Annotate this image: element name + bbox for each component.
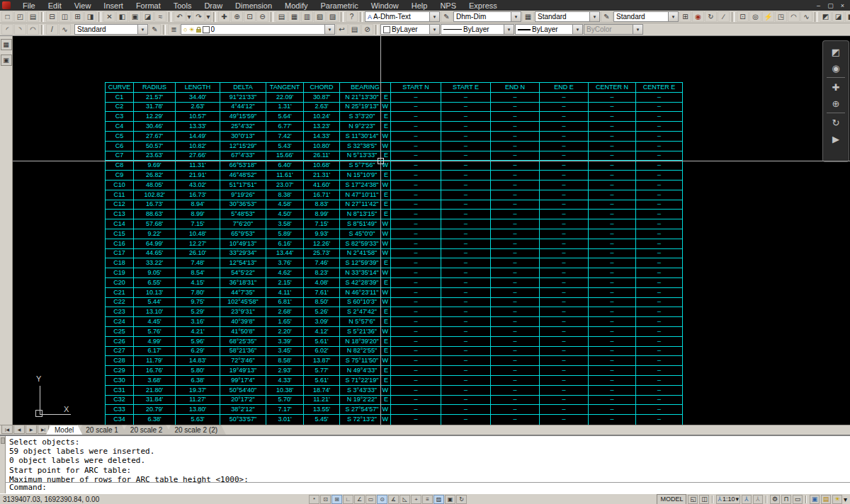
point-style-icon[interactable]: ⊞ xyxy=(679,11,691,22)
annotation-visibility-icon[interactable]: ⅄ xyxy=(742,495,752,504)
menu-dimension[interactable]: Dimension xyxy=(229,1,278,10)
linetype-combo[interactable]: ByLayer ▼ xyxy=(441,24,514,35)
layer-lock-icon[interactable] xyxy=(196,29,201,33)
mleader-style-combo[interactable]: Standard ▼ xyxy=(613,11,679,22)
arc-edit-icon[interactable]: ◠ xyxy=(788,11,800,22)
current-style-combo[interactable]: Standard ▼ xyxy=(74,24,148,35)
model-space-button[interactable]: MODEL xyxy=(657,494,686,504)
annotate-slope-icon-2[interactable]: ∿ xyxy=(59,24,71,35)
chevron-down-icon[interactable]: ▼ xyxy=(504,25,514,34)
annotate-curve-icon-2[interactable]: ◝ xyxy=(14,24,26,35)
menu-parametric[interactable]: Parametric xyxy=(314,1,364,10)
selection-cycling-icon[interactable]: ↻ xyxy=(456,495,467,504)
menu-window[interactable]: Window xyxy=(365,1,405,10)
command-window-grab-bar[interactable] xyxy=(0,436,6,493)
draw-order-above-icon[interactable]: ◧ xyxy=(845,11,850,22)
snap-mode-icon[interactable]: ⊡ xyxy=(320,495,331,504)
dbconnect-icon[interactable]: ▨ xyxy=(327,11,339,22)
cut-icon[interactable]: ✕ xyxy=(103,11,115,22)
dynamic-ucs-icon[interactable]: ◺ xyxy=(400,495,410,504)
menu-file[interactable]: File xyxy=(16,1,42,10)
chevron-down-icon[interactable]: ▼ xyxy=(572,25,582,34)
tab-first-button[interactable]: |◀ xyxy=(1,425,13,434)
paste-icon[interactable]: ▣ xyxy=(129,11,141,22)
chevron-down-icon[interactable]: ▼ xyxy=(589,12,599,21)
menu-help[interactable]: Help xyxy=(405,1,434,10)
layout-switch-icon[interactable]: ◱ xyxy=(688,495,698,504)
quick-select-icon[interactable]: ⚡ xyxy=(762,11,774,22)
object-snap-tracking-icon[interactable]: ∡ xyxy=(388,495,399,504)
grid-display-icon[interactable]: ⊞ xyxy=(332,495,342,504)
app-logo-icon[interactable] xyxy=(2,1,11,9)
sketch-icon[interactable]: ∕ xyxy=(718,11,730,22)
zoom-realtime-icon[interactable]: ⊕ xyxy=(231,11,243,22)
color-combo[interactable]: ByLayer ▼ xyxy=(380,24,440,35)
tab-model[interactable]: Model xyxy=(46,425,82,435)
menu-edit[interactable]: Edit xyxy=(42,1,68,10)
print-preview-icon[interactable]: ◫ xyxy=(59,11,71,22)
isolate-objects-icon[interactable]: ☀ xyxy=(832,495,842,504)
text-style-combo[interactable]: A A-Dhm-Text ▼ xyxy=(365,11,440,22)
chevron-down-icon[interactable]: ▼ xyxy=(511,12,521,21)
status-menu-arrow[interactable]: ▾ xyxy=(844,496,847,503)
toolbar-lock-icon[interactable]: ⊓ xyxy=(781,495,791,504)
drawing-canvas[interactable]: CURVERADIUSLENGTHDELTATANGENTCHORDBEARIN… xyxy=(13,36,850,425)
table-style-manager-icon[interactable]: ▦ xyxy=(522,11,534,22)
lineweight-combo[interactable]: ByLayer ▼ xyxy=(515,24,583,35)
clipboard-export-icon[interactable]: ▤ xyxy=(821,495,831,504)
table-style-combo[interactable]: Standard ▼ xyxy=(535,11,600,22)
orbit-icon[interactable]: ↻ xyxy=(828,115,844,130)
infer-constraints-icon[interactable]: * xyxy=(309,495,319,504)
dynamic-input-icon[interactable]: + xyxy=(411,495,421,504)
layer-color-swatch[interactable] xyxy=(203,26,210,33)
menu-view[interactable]: View xyxy=(68,1,98,10)
menu-express[interactable]: Express xyxy=(463,1,504,10)
copy-icon[interactable]: ◧ xyxy=(116,11,128,22)
layer-isolate-icon[interactable]: ⊘ xyxy=(361,24,373,35)
tab-20-scale-1[interactable]: 20 scale 1 xyxy=(77,425,127,435)
quickcalc-icon[interactable]: ▦ xyxy=(288,11,300,22)
draw-order-back-icon[interactable]: ◪ xyxy=(832,11,844,22)
menu-draw[interactable]: Draw xyxy=(198,1,229,10)
undo-icon[interactable]: ↶ xyxy=(174,11,186,22)
layer-properties-manager-icon[interactable]: ≣ xyxy=(168,24,180,35)
pan-icon[interactable]: ✚ xyxy=(218,11,230,22)
menu-tools[interactable]: Tools xyxy=(167,1,198,10)
menu-modify[interactable]: Modify xyxy=(278,1,314,10)
draw-order-front-icon[interactable]: ◩ xyxy=(820,11,832,22)
paste-block-icon[interactable]: ◪ xyxy=(142,11,154,22)
spline-edit-icon[interactable]: ∿ xyxy=(800,11,812,22)
clipboard-tool-icon[interactable]: ▣ xyxy=(1,55,12,66)
new-file-icon[interactable]: □ xyxy=(1,11,13,22)
command-window[interactable]: Select objects:59 object labels were ins… xyxy=(0,435,850,493)
undo-caret[interactable]: ▾ xyxy=(186,11,192,22)
donut-icon[interactable]: ◎ xyxy=(749,11,761,22)
style-manager-icon[interactable]: ✎ xyxy=(149,24,161,35)
annotate-curve-icon-1[interactable]: ◜ xyxy=(1,24,13,35)
annotate-slope-icon-1[interactable]: / xyxy=(46,24,58,35)
connect-cloud-icon[interactable]: ▣ xyxy=(810,495,820,504)
workspace-switching-icon[interactable]: ⚙ xyxy=(770,495,780,504)
chevron-down-icon[interactable]: ▼ xyxy=(324,25,334,34)
print-icon[interactable]: ⊟ xyxy=(46,11,58,22)
zoom-window-icon[interactable]: ⊡ xyxy=(244,11,256,22)
3d-orbit-icon[interactable]: ↻ xyxy=(705,11,717,22)
viewcube-icon[interactable]: ◩ xyxy=(828,45,844,59)
polar-tracking-icon[interactable]: ∠ xyxy=(354,495,365,504)
chevron-down-icon[interactable]: ▼ xyxy=(429,25,439,34)
menu-format[interactable]: Format xyxy=(130,1,167,10)
close-button[interactable]: × xyxy=(837,1,848,10)
zoom-previous-icon[interactable]: ⊖ xyxy=(256,11,268,22)
lineweight-display-icon[interactable]: ≡ xyxy=(422,495,433,504)
mleader-style-manager-icon[interactable]: ✎ xyxy=(601,11,613,22)
quick-properties-icon[interactable]: ▣ xyxy=(445,495,455,504)
restore-button[interactable]: ▢ xyxy=(825,1,836,10)
group-icon[interactable]: ◳ xyxy=(775,11,787,22)
markup-set-icon[interactable]: ▧ xyxy=(314,11,326,22)
chevron-down-icon[interactable]: ▼ xyxy=(137,25,147,34)
match-properties-icon[interactable]: ≈ xyxy=(154,11,166,22)
hardware-acceleration-icon[interactable]: ▭ xyxy=(793,495,803,504)
plot-icon[interactable]: ⊞ xyxy=(72,11,84,22)
render-icon[interactable]: ◉ xyxy=(692,11,704,22)
layer-on-bulb-icon[interactable]: ○ xyxy=(183,26,187,33)
